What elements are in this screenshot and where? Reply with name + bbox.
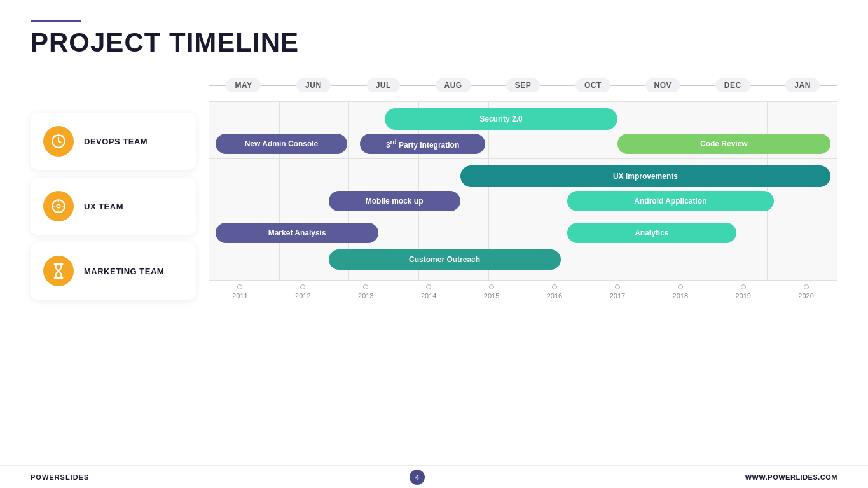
axis-dot (489, 284, 494, 289)
marketing-icon (43, 256, 74, 286)
month-label: MAY (226, 78, 261, 92)
bar-security-2: Security 2.0 (385, 108, 617, 130)
devops-team-name: DEVOPS TEAM (84, 137, 148, 146)
team-card-ux: UX TEAM (31, 178, 196, 235)
month-label: AUG (436, 78, 471, 92)
axis-dot (741, 284, 746, 289)
footer-page-number: 4 (410, 470, 425, 485)
axis-dot (363, 284, 368, 289)
compass-icon (50, 198, 67, 214)
axis-dot (552, 284, 557, 289)
month-label: NOV (645, 78, 681, 92)
year-2014: 2014 (397, 292, 460, 300)
header: PROJECT TIMELINE (0, 0, 868, 68)
ux-team-name: UX TEAM (84, 202, 123, 211)
month-nov: NOV (628, 78, 698, 92)
gantt-row-ux: UX improvements Mobile mock up Android A… (209, 159, 837, 216)
axis-years: 2011 2012 2013 2014 2015 2016 2017 2018 … (209, 292, 837, 300)
bar-3rd-party: 3rd Party Integration (360, 134, 485, 154)
timeline-area: MAY JUN JUL AUG SEP OCT NOV (196, 74, 837, 300)
header-accent-line (31, 20, 81, 22)
ux-icon (43, 191, 74, 221)
axis-dots (209, 284, 837, 289)
month-label: JUL (367, 78, 400, 92)
month-headers: MAY JUN JUL AUG SEP OCT NOV (209, 74, 837, 96)
month-label: OCT (575, 78, 610, 92)
team-card-devops: DEVOPS TEAM (31, 113, 196, 170)
month-jun: JUN (279, 78, 348, 92)
year-2013: 2013 (334, 292, 397, 300)
month-jul: JUL (348, 78, 418, 92)
bar-analytics: Analytics (567, 223, 736, 243)
year-2020: 2020 (775, 292, 837, 300)
axis-dot (615, 284, 620, 289)
month-label: DEC (715, 78, 750, 92)
bar-customer-outreach: Customer Outreach (329, 249, 561, 270)
axis-dot (678, 284, 683, 289)
year-2017: 2017 (586, 292, 649, 300)
month-dec: DEC (698, 78, 768, 92)
footer-brand: POWERSLIDES (31, 473, 89, 481)
year-2016: 2016 (523, 292, 586, 300)
footer: POWERSLIDES 4 WWW.POWERLIDES.COM (0, 465, 868, 488)
axis-dot (237, 284, 242, 289)
team-card-marketing: MARKETING TEAM (31, 242, 196, 300)
page-title: PROJECT TIMELINE (31, 27, 837, 58)
footer-url: WWW.POWERLIDES.COM (745, 473, 837, 481)
month-jan: JAN (768, 78, 837, 92)
svg-line-1 (55, 135, 55, 136)
gantt-row-devops: Security 2.0 New Admin Console 3rd Party… (209, 102, 837, 159)
axis-dot (300, 284, 305, 289)
month-label: JUN (296, 78, 331, 92)
year-2012: 2012 (272, 292, 334, 300)
month-label: SEP (506, 78, 541, 92)
month-may: MAY (209, 78, 279, 92)
axis-dot (804, 284, 809, 289)
year-2011: 2011 (209, 292, 272, 300)
teams-sidebar: DEVOPS TEAM UX TEAM MARKETI (31, 74, 196, 300)
bar-new-admin-console: New Admin Console (216, 134, 347, 154)
year-2019: 2019 (712, 292, 775, 300)
axis-dot (426, 284, 431, 289)
hourglass-icon (50, 263, 67, 279)
year-2015: 2015 (460, 292, 523, 300)
month-sep: SEP (488, 78, 558, 92)
devops-icon (43, 126, 74, 157)
bar-market-analysis: Market Analysis (216, 223, 379, 243)
year-2018: 2018 (649, 292, 712, 300)
marketing-team-name: MARKETING TEAM (84, 267, 164, 276)
svg-point-4 (57, 204, 60, 207)
gantt-row-marketing: Market Analysis Analytics Customer Outre… (209, 216, 837, 280)
bar-ux-improvements: UX improvements (460, 165, 830, 187)
month-oct: OCT (558, 78, 628, 92)
clock-icon (50, 133, 67, 150)
gantt-grid: Security 2.0 New Admin Console 3rd Party… (209, 101, 837, 281)
month-aug: AUG (418, 78, 488, 92)
bar-code-review: Code Review (617, 134, 831, 154)
month-label: JAN (785, 78, 820, 92)
main-content: DEVOPS TEAM UX TEAM MARKETI (0, 74, 868, 300)
bar-android-application: Android Application (567, 191, 775, 211)
bar-mobile-mockup: Mobile mock up (329, 191, 460, 211)
svg-line-2 (62, 135, 62, 136)
